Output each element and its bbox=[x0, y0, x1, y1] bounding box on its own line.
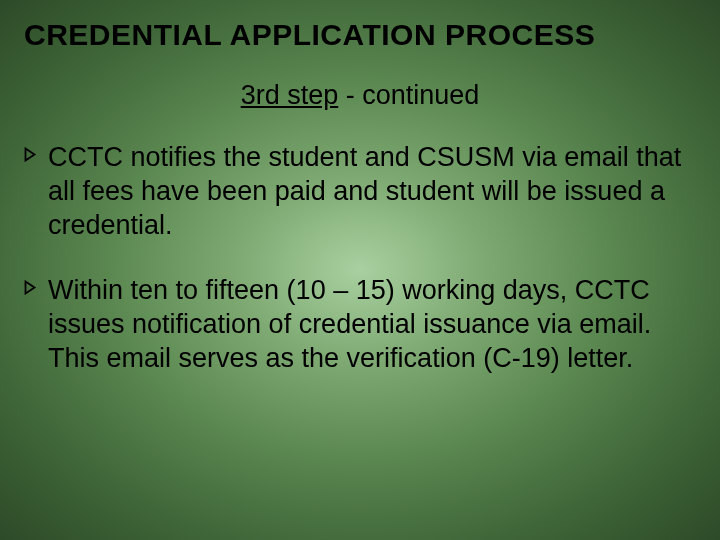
bullet-item: CCTC notifies the student and CSUSM via … bbox=[24, 141, 696, 242]
chevron-right-icon bbox=[24, 141, 48, 242]
bullet-text: Within ten to fifteen (10 – 15) working … bbox=[48, 274, 696, 375]
bullet-item: Within ten to fifteen (10 – 15) working … bbox=[24, 274, 696, 375]
subtitle-underlined: 3rd step bbox=[241, 80, 339, 110]
bullet-text: CCTC notifies the student and CSUSM via … bbox=[48, 141, 696, 242]
subtitle-rest: - continued bbox=[338, 80, 479, 110]
slide-subtitle: 3rd step - continued bbox=[24, 80, 696, 111]
slide-title: CREDENTIAL APPLICATION PROCESS bbox=[24, 18, 696, 52]
chevron-right-icon bbox=[24, 274, 48, 375]
